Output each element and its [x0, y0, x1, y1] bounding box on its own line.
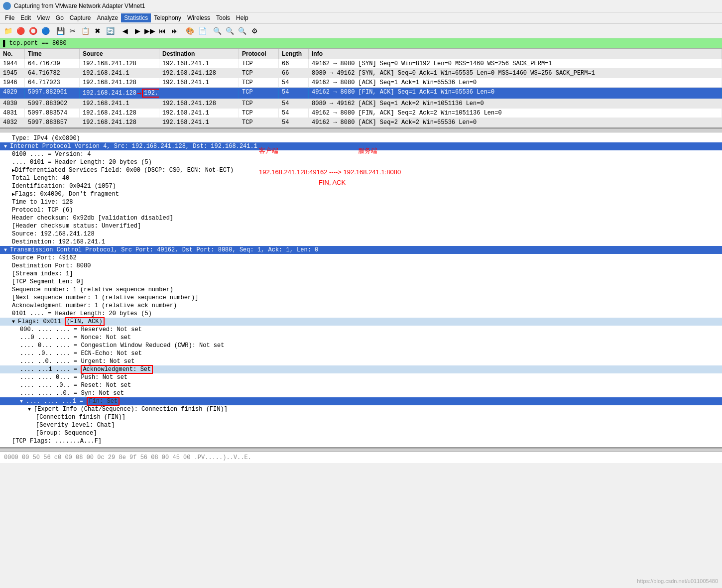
pkt-info: 49162 → 8080 [ACK] Seq=1 Ack=1 Win=65536…: [309, 78, 722, 87]
detail-ip-dscp: Differentiated Services Field: 0x00 (DSC…: [0, 166, 722, 174]
packet-row-1945[interactable]: 1945 64.716782 192.168.241.1 192.168.241…: [0, 69, 722, 78]
tb-first[interactable]: ⏮: [156, 25, 168, 37]
pane-divider-2[interactable]: [0, 448, 722, 452]
detail-flag-push: .... .... 0... = Push: Not set: [0, 373, 722, 381]
pkt-dst: 192.168.241.1: [159, 118, 239, 127]
packet-row-4030[interactable]: 4030 5097.883002 192.168.241.1 192.168.2…: [0, 99, 722, 109]
tb-forward[interactable]: ▶: [131, 25, 143, 37]
flags-expand-icon: [12, 318, 18, 325]
tb-find[interactable]: ✖: [92, 25, 104, 37]
detail-tcp-section[interactable]: Transmission Control Protocol, Src Port:…: [0, 246, 722, 254]
tb-zoom-reset[interactable]: 🔍: [236, 25, 248, 37]
tb-back[interactable]: ◀: [119, 25, 131, 37]
expert-expand-icon: [28, 406, 34, 413]
tb-save[interactable]: 💾: [54, 25, 66, 37]
detail-ipv4-section[interactable]: Internet Protocol Version 4, Src: 192.16…: [0, 142, 722, 150]
pkt-src: 192.168.241.1: [80, 99, 159, 108]
menu-wireless[interactable]: Wireless: [184, 13, 213, 22]
packet-row-4031[interactable]: 4031 5097.883574 192.168.241.128 192.168…: [0, 109, 722, 118]
detail-tcp-flags-section[interactable]: Flags: 0x011 (FIN, ACK): [0, 318, 722, 326]
tb-settings[interactable]: ⚙: [248, 25, 260, 37]
title-bar: Capturing from VMware Network Adapter VM…: [0, 0, 722, 12]
menu-view[interactable]: View: [34, 13, 53, 22]
red-arrow-icon: ⟶: [137, 90, 141, 97]
detail-expert-group: [Group: Sequence]: [0, 429, 722, 437]
tb-zoom-in[interactable]: 🔍: [211, 25, 223, 37]
pkt-dst: 192.168.241.1: [159, 109, 239, 118]
menu-telephony[interactable]: Telephony: [151, 13, 184, 22]
col-no: No.: [0, 49, 25, 59]
packet-row-1944[interactable]: 1944 64.716739 192.168.241.128 192.168.2…: [0, 59, 722, 69]
tb-open[interactable]: 🔴: [14, 25, 26, 37]
tb-zoom-out[interactable]: 🔍: [224, 25, 236, 37]
menu-analyze[interactable]: Analyze: [94, 13, 121, 22]
detail-ip-proto: Protocol: TCP (6): [0, 206, 722, 214]
detail-flag-syn: .... .... ..0. = Syn: Not set: [0, 389, 722, 397]
ack-box: Acknowledgment: Set: [81, 365, 153, 374]
detail-tcp-seq: Sequence number: 1 (relative sequence nu…: [0, 286, 722, 294]
window-title: Capturing from VMware Network Adapter VM…: [14, 2, 145, 9]
tb-refresh[interactable]: 🔄: [104, 25, 116, 37]
menu-statistics[interactable]: Statistics: [121, 13, 151, 22]
tb-close[interactable]: ⭕: [27, 25, 39, 37]
detail-tcp-seglen: [TCP Segment Len: 0]: [0, 278, 722, 286]
detail-wrapper: 客户端 服务端 192.168.241.128:49162 ----> 192.…: [0, 132, 722, 448]
detail-type-line: Type: IPv4 (0x0800): [0, 134, 722, 142]
expert-section-text: [Expert Info (Chat/Sequence): Connection…: [34, 406, 228, 413]
pane-divider-1[interactable]: [0, 128, 722, 132]
pkt-info: 8080 → 49162 [SYN, ACK] Seq=0 Ack=1 Win=…: [309, 69, 722, 78]
toolbar: 📁 🔴 ⭕ 🔵 💾 ✂ 📋 ✖ 🔄 ◀ ▶ ▶▶ ⏮ ⏭ 🎨 📄 🔍 🔍 🔍 ⚙: [0, 24, 722, 38]
detail-ip-src: Source: 192.168.241.128: [0, 230, 722, 238]
filter-value[interactable]: tcp.port == 8080: [9, 40, 67, 47]
tb-reload[interactable]: 🔵: [39, 25, 51, 37]
menu-capture[interactable]: Capture: [67, 13, 94, 22]
bytes-content: 0000 00 50 56 c0 00 08 00 0c 29 8e 9f 56…: [4, 454, 251, 461]
pkt-len: 54: [279, 78, 309, 87]
pkt-dst: 192.168.241.128: [159, 69, 239, 78]
packet-row-4032[interactable]: 4032 5097.883857 192.168.241.128 192.168…: [0, 118, 722, 127]
tb-goto[interactable]: ▶▶: [144, 25, 156, 37]
tb-new-capture[interactable]: 📁: [2, 25, 14, 37]
tcp-expand-icon: [4, 246, 10, 253]
detail-tcp-ack: Acknowledgment number: 1 (relative ack n…: [0, 302, 722, 310]
detail-tcp-flags-summary: [TCP Flags: .......A...F]: [0, 437, 722, 445]
pkt-proto: TCP: [239, 118, 279, 127]
tb-prev[interactable]: ⏭: [169, 25, 181, 37]
tb-cut[interactable]: ✂: [67, 25, 79, 37]
pkt-info: 49162 → 8080 [SYN] Seq=0 Win=8192 Len=0 …: [309, 59, 722, 68]
menu-help[interactable]: Help: [233, 13, 251, 22]
ipv4-expand-icon: [4, 143, 10, 150]
packet-row-1946[interactable]: 1946 64.717023 192.168.241.128 192.168.2…: [0, 78, 722, 88]
bytes-pane: 0000 00 50 56 c0 00 08 00 0c 29 8e 9f 56…: [0, 452, 722, 463]
menu-tools[interactable]: Tools: [213, 13, 233, 22]
packet-list-header: No. Time Source Destination Protocol Len…: [0, 49, 722, 59]
pkt-time: 5097.882961: [25, 88, 80, 99]
pkt-proto: TCP: [239, 78, 279, 87]
detail-flag-nonce: ...0 .... .... = Nonce: Not set: [0, 334, 722, 342]
detail-expert-section[interactable]: [Expert Info (Chat/Sequence): Connection…: [0, 405, 722, 413]
detail-flag-ecn: .... .0.. .... = ECN-Echo: Not set: [0, 350, 722, 357]
pkt-proto: TCP: [239, 99, 279, 108]
detail-ip-flags: Flags: 0x4000, Don't fragment: [0, 190, 722, 198]
pkt-dst: 192.168.241.1: [159, 78, 239, 87]
detail-ip-checksum: Header checksum: 0x92db [validation disa…: [0, 214, 722, 222]
tb-copy[interactable]: 📋: [79, 25, 91, 37]
pkt-no: 1946: [0, 78, 25, 87]
menu-go[interactable]: Go: [53, 13, 67, 22]
pkt-len: 66: [279, 59, 309, 68]
tb-colorize[interactable]: 🎨: [184, 25, 196, 37]
detail-flag-fin[interactable]: .... .... ...1 = Fin: Set: [0, 397, 722, 405]
col-source: Source: [80, 49, 159, 59]
pkt-no: 4031: [0, 109, 25, 118]
src-text: 192.168.241.128: [83, 90, 136, 97]
col-time: Time: [25, 49, 80, 59]
menu-file[interactable]: File: [2, 13, 17, 22]
menu-edit[interactable]: Edit: [17, 13, 34, 22]
detail-flag-reserved: 000. .... .... = Reserved: Not set: [0, 326, 722, 334]
detail-ip-version: 0100 .... = Version: 4: [0, 150, 722, 158]
tb-autoscroll[interactable]: 📄: [196, 25, 208, 37]
packet-row-4029[interactable]: 4029 5097.882961 192.168.241.128 ⟶ 192.1…: [0, 88, 722, 99]
pkt-time: 64.716782: [25, 69, 80, 78]
pkt-info: 49162 → 8080 [FIN, ACK] Seq=2 Ack=2 Win=…: [309, 109, 722, 118]
detail-flag-cwr: .... 0... .... = Congestion Window Reduc…: [0, 342, 722, 350]
